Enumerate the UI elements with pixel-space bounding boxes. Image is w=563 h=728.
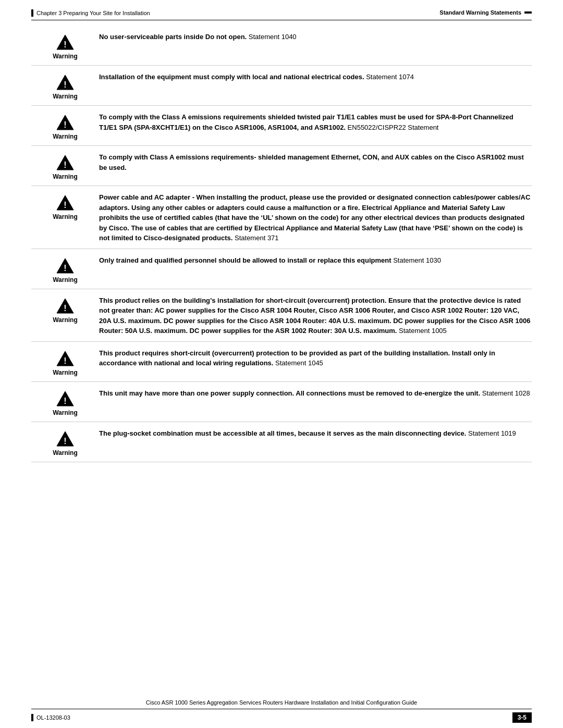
warning-row: ! WarningThis product relies on the buil… [31, 289, 532, 342]
warning-normal-text-8: Statement 1045 [273, 359, 323, 367]
warning-left-1: ! Warning [31, 32, 99, 60]
svg-text:!: ! [64, 161, 66, 169]
footer-bar [31, 714, 33, 721]
svg-text:!: ! [64, 397, 66, 405]
warning-left-8: ! Warning [31, 348, 99, 376]
warning-icon-4: ! [56, 153, 75, 172]
warning-left-5: ! Warning [31, 192, 99, 220]
svg-text:!: ! [64, 201, 66, 209]
warning-content-9: This unit may have more than one power s… [99, 388, 532, 399]
warning-icon-8: ! [56, 349, 75, 368]
warning-content-2: Installation of the equipment must compl… [99, 72, 532, 82]
warning-left-2: ! Warning [31, 72, 99, 100]
warning-label-5: Warning [53, 213, 78, 220]
warning-icon-5: ! [56, 193, 75, 212]
warning-content-8: This product requires short-circuit (ove… [99, 348, 532, 368]
warning-row: ! WarningNo user-serviceable parts insid… [31, 26, 532, 66]
warning-left-6: ! Warning [31, 255, 99, 283]
warning-label-4: Warning [53, 173, 78, 180]
warning-bold-text-2: Installation of the equipment must compl… [99, 73, 364, 81]
content-area: ! WarningNo user-serviceable parts insid… [0, 20, 563, 467]
page-container: Chapter 3 Preparing Your Site for Instal… [0, 0, 563, 728]
warning-icon-7: ! [56, 297, 75, 315]
warning-content-3: To comply with the Class A emissions req… [99, 112, 532, 132]
warning-row: ! WarningThis product requires short-cir… [31, 342, 532, 382]
header-right: Standard Warning Statements [439, 9, 532, 16]
warning-left-9: ! Warning [31, 388, 99, 416]
warning-normal-text-3: EN55022/CISPR22 Statement [346, 124, 439, 131]
warning-label-8: Warning [53, 369, 78, 376]
svg-text:!: ! [64, 120, 66, 129]
warning-label-6: Warning [53, 276, 78, 283]
warning-row: ! WarningInstallation of the equipment m… [31, 66, 532, 106]
footer-page-num: 3-5 [512, 712, 532, 723]
header-bar [31, 9, 33, 17]
header-left: Chapter 3 Preparing Your Site for Instal… [31, 9, 150, 17]
warning-content-1: No user-serviceable parts inside Do not … [99, 32, 532, 42]
svg-text:!: ! [64, 264, 66, 273]
warning-normal-text-10: Statement 1019 [466, 429, 516, 437]
warning-label-2: Warning [53, 93, 78, 100]
footer-doc-num: OL-13208-03 [36, 714, 70, 721]
warning-bold-text-6: Only trained and qualified personnel sho… [99, 256, 391, 264]
page-footer: Cisco ASR 1000 Series Aggregation Servic… [0, 694, 563, 728]
warning-label-1: Warning [53, 53, 78, 60]
footer-left: OL-13208-03 [31, 714, 70, 721]
svg-text:!: ! [64, 40, 66, 49]
svg-text:!: ! [64, 80, 66, 89]
warning-bold-text-5: Power cable and AC adapter - When instal… [99, 193, 530, 242]
warning-icon-2: ! [56, 73, 75, 92]
warning-row: ! WarningOnly trained and qualified pers… [31, 249, 532, 289]
warning-left-3: ! Warning [31, 112, 99, 140]
header-section-text: Standard Warning Statements [439, 9, 521, 16]
warning-icon-10: ! [56, 429, 75, 448]
svg-text:!: ! [64, 437, 66, 446]
warning-content-10: The plug-socket combination must be acce… [99, 428, 532, 439]
warning-icon-9: ! [56, 389, 75, 408]
warning-row: ! WarningThis unit may have more than on… [31, 382, 532, 422]
warning-bold-text-7: This product relies on the building’s in… [99, 297, 530, 335]
warning-icon-6: ! [56, 256, 75, 275]
warning-normal-text-6: Statement 1030 [391, 256, 441, 264]
warning-normal-text-1: Statement 1040 [247, 33, 296, 41]
warning-label-7: Warning [53, 316, 78, 324]
page-header: Chapter 3 Preparing Your Site for Instal… [0, 0, 563, 19]
warning-bold-text-3: To comply with the Class A emissions req… [99, 113, 513, 131]
warning-row: ! WarningTo comply with Class A emission… [31, 146, 532, 186]
warning-content-7: This product relies on the building’s in… [99, 295, 532, 336]
warning-normal-text-5: Statement 371 [232, 234, 278, 242]
header-chapter: Chapter 3 Preparing Your Site for Instal… [36, 10, 150, 16]
warning-bold-text-10: The plug-socket combination must be acce… [99, 429, 466, 437]
warning-normal-text-2: Statement 1074 [364, 73, 414, 81]
warning-normal-text-9: Statement 1028 [480, 389, 530, 397]
warning-icon-3: ! [56, 113, 75, 132]
warning-bold-text-9: This unit may have more than one power s… [99, 389, 480, 397]
warning-content-6: Only trained and qualified personnel sho… [99, 255, 532, 266]
warning-row: ! WarningPower cable and AC adapter - Wh… [31, 186, 532, 249]
svg-text:!: ! [64, 304, 66, 313]
warning-normal-text-7: Statement 1005 [397, 327, 446, 335]
warning-content-4: To comply with Class A emissions require… [99, 152, 532, 172]
warning-row: ! WarningTo comply with the Class A emis… [31, 106, 532, 146]
warning-content-5: Power cable and AC adapter - When instal… [99, 192, 532, 243]
header-right-bar [524, 11, 532, 14]
warning-label-9: Warning [53, 409, 78, 416]
svg-text:!: ! [64, 356, 66, 365]
warning-label-10: Warning [53, 449, 78, 456]
footer-bottom: OL-13208-03 3-5 [31, 709, 532, 723]
warning-left-4: ! Warning [31, 152, 99, 180]
warning-bold-text-4: To comply with Class A emissions require… [99, 153, 524, 171]
warning-label-3: Warning [53, 133, 78, 140]
warning-left-7: ! Warning [31, 295, 99, 324]
warning-row: ! WarningThe plug-socket combination mus… [31, 422, 532, 462]
footer-book-title: Cisco ASR 1000 Series Aggregation Servic… [31, 699, 532, 709]
warning-bold-text-1: No user-serviceable parts inside Do not … [99, 33, 247, 41]
warning-left-10: ! Warning [31, 428, 99, 456]
warning-icon-1: ! [56, 33, 75, 52]
